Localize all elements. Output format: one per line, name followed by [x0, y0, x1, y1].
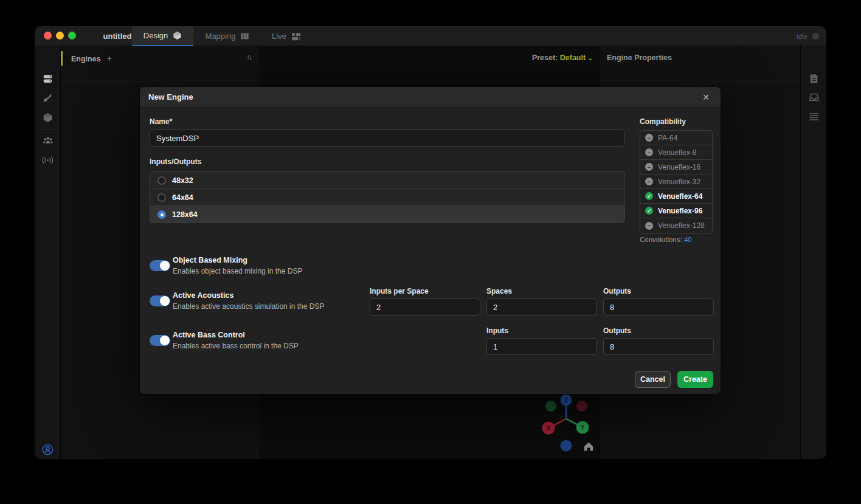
toolbar-divider: [40, 129, 56, 129]
io-option-48x32[interactable]: 48x32: [150, 172, 624, 189]
bass-inputs-input[interactable]: [486, 338, 597, 355]
spaces-input[interactable]: [486, 299, 597, 316]
tab-live-label: Live: [272, 32, 286, 41]
add-engine-button[interactable]: +: [107, 54, 112, 63]
minus-circle-icon: −: [645, 222, 653, 230]
dialog-title: New Engine: [148, 87, 193, 108]
tab-design[interactable]: Design: [132, 26, 193, 46]
radio-icon: [157, 193, 166, 202]
axis-neg-y-handle: [545, 401, 556, 412]
active-bass-control-toggle[interactable]: [150, 335, 170, 346]
tab-live[interactable]: Live: [261, 26, 311, 46]
dialog-header: New Engine ✕: [140, 87, 721, 108]
home-view-icon: [584, 443, 593, 451]
compat-row: − PA-64: [640, 131, 712, 145]
axis-gizmo[interactable]: Z X Y: [530, 392, 603, 459]
axis-neg-x-handle: [576, 401, 587, 412]
zoom-window-button[interactable]: [68, 32, 76, 40]
right-toolbar: [800, 46, 826, 459]
axis-y-label: Y: [581, 424, 585, 431]
io-option-128x64[interactable]: 128x64: [150, 206, 624, 223]
cube-icon: [173, 31, 182, 40]
acoustics-outputs-label: Outputs: [603, 287, 631, 295]
bass-inputs-label: Inputs: [486, 326, 508, 335]
io-option-64x64[interactable]: 64x64: [150, 189, 624, 206]
tab-design-label: Design: [144, 31, 168, 40]
minus-circle-icon: −: [645, 148, 653, 156]
convolutions-count: Convolutions: 40: [640, 236, 692, 243]
active-bass-control-title: Active Bass Control: [173, 331, 245, 339]
group-icon[interactable]: [35, 133, 61, 148]
list-icon[interactable]: [801, 109, 826, 124]
name-label: Name*: [150, 117, 172, 126]
io-label: Inputs/Outputs: [150, 157, 201, 166]
axis-neg-z-handle: [561, 440, 572, 452]
tab-mapping-label: Mapping: [206, 32, 236, 41]
engine-status: Idle: [796, 26, 819, 46]
broadcast-icon[interactable]: [35, 153, 61, 167]
minus-circle-icon: −: [645, 163, 653, 171]
archive-icon[interactable]: [801, 90, 826, 105]
spaces-label: Spaces: [486, 287, 512, 295]
close-icon[interactable]: ✕: [699, 87, 713, 108]
engines-stack-icon[interactable]: [35, 71, 61, 86]
compat-row: ✓ Venueflex-96: [640, 204, 712, 218]
active-acoustics-desc: Enables active acoustics simulation in t…: [173, 302, 324, 311]
notes-icon[interactable]: [801, 71, 826, 86]
minus-circle-icon: −: [645, 134, 653, 142]
app-window: untitled Design Mapping Live: [35, 26, 826, 459]
active-acoustics-title: Active Acoustics: [173, 291, 233, 300]
cube-icon[interactable]: [35, 110, 61, 125]
tab-mapping[interactable]: Mapping: [193, 26, 261, 46]
engines-panel-title: Engines+: [71, 54, 112, 63]
compatibility-list: − PA-64 − Venueflex-8 − Venueflex-16 − V…: [640, 130, 713, 233]
status-indicator-dot: [812, 33, 819, 40]
active-section-accent: [61, 51, 63, 66]
convolutions-value: 40: [684, 236, 692, 243]
minimize-window-button[interactable]: [56, 32, 64, 40]
object-based-mixing-toggle[interactable]: [150, 260, 170, 271]
status-label: Idle: [796, 33, 807, 40]
left-toolbar: [35, 46, 61, 459]
name-input[interactable]: [150, 129, 625, 147]
bass-outputs-label: Outputs: [603, 326, 631, 335]
minus-circle-icon: −: [645, 178, 653, 185]
create-button[interactable]: Create: [677, 371, 713, 388]
cancel-button[interactable]: Cancel: [635, 371, 671, 388]
properties-panel-header: Engine Properties: [600, 46, 800, 82]
active-acoustics-toggle[interactable]: [150, 295, 170, 306]
inputs-per-space-input[interactable]: [370, 299, 480, 316]
properties-panel-title: Engine Properties: [607, 54, 672, 62]
object-based-mixing-title: Object Based Mixing: [173, 256, 247, 264]
acoustics-outputs-input[interactable]: [603, 299, 714, 316]
radio-selected-icon: [157, 210, 166, 219]
compatibility-label: Compatibility: [640, 117, 686, 126]
compat-row: − Venueflex-32: [640, 174, 712, 189]
compat-row: − Venueflex-128: [640, 218, 712, 233]
compat-row: − Venueflex-8: [640, 145, 712, 160]
object-based-mixing-desc: Enables object based mixing in the DSP: [173, 267, 302, 275]
bass-outputs-input[interactable]: [603, 338, 714, 355]
canvas-header: Preset: Default ⌄: [260, 46, 599, 82]
check-circle-icon: ✓: [645, 207, 653, 215]
compat-row: − Venueflex-16: [640, 160, 712, 174]
preset-dropdown[interactable]: Preset: Default ⌄: [532, 54, 593, 62]
close-window-button[interactable]: [44, 32, 52, 40]
new-engine-dialog: New Engine ✕ Name* Inputs/Outputs 48x32 …: [140, 87, 721, 394]
axis-x-label: X: [547, 425, 551, 432]
titlebar: untitled Design Mapping Live: [35, 26, 826, 46]
dashboard-icon: [291, 32, 301, 41]
preset-value: Default: [560, 54, 586, 62]
engines-panel-header: Engines+ ↑↓: [61, 46, 260, 82]
check-circle-icon: ✓: [645, 192, 653, 200]
axis-z-label: Z: [564, 397, 568, 404]
io-radio-group: 48x32 64x64 128x64: [150, 171, 625, 223]
user-icon[interactable]: [35, 442, 61, 457]
radio-icon: [157, 176, 166, 185]
inputs-per-space-label: Inputs per Space: [370, 287, 429, 295]
brush-icon[interactable]: [35, 91, 61, 105]
map-icon: [240, 32, 249, 41]
sort-engines-button[interactable]: ↑↓: [246, 53, 251, 61]
active-bass-control-desc: Enables active bass control in the DSP: [173, 342, 299, 350]
compat-row: ✓ Venueflex-64: [640, 189, 712, 204]
